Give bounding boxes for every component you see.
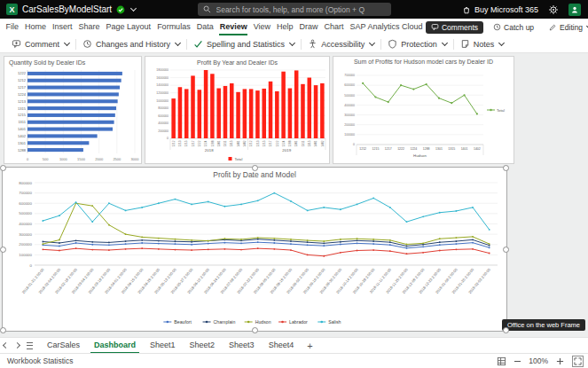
svg-text:1222: 1222 xyxy=(397,147,404,151)
catch-up-button[interactable]: Catch up xyxy=(488,21,539,34)
add-sheet-button[interactable]: + xyxy=(301,341,318,351)
sheet-tab-sheet1[interactable]: Sheet1 xyxy=(143,338,183,354)
svg-text:800000: 800000 xyxy=(19,181,32,185)
selection-handle-sw[interactable] xyxy=(0,327,6,333)
svg-text:1315: 1315 xyxy=(18,106,27,111)
selection-handle-e[interactable] xyxy=(503,247,509,253)
menu-tab-formulas[interactable]: Formulas xyxy=(154,19,194,35)
menu-tab-page-layout[interactable]: Page Layout xyxy=(103,19,154,35)
menu-tab-home[interactable]: Home xyxy=(22,19,50,35)
svg-text:0: 0 xyxy=(30,263,33,268)
bar-chart-profit: 0200000400000600000800000100000012000001… xyxy=(145,67,329,163)
svg-text:1212: 1212 xyxy=(249,140,253,146)
office-web-frame-tooltip: Office on the web Frame xyxy=(502,319,585,331)
zoom-level[interactable]: 100% xyxy=(529,356,548,365)
svg-text:0: 0 xyxy=(27,157,29,161)
sheet-nav-left-icon[interactable] xyxy=(0,343,12,348)
svg-text:1401: 1401 xyxy=(237,140,240,146)
svg-text:2019: 2019 xyxy=(282,148,291,153)
comment-ribbon-button[interactable]: Comment xyxy=(5,35,75,52)
person-icon xyxy=(570,5,579,14)
menu-tab-view[interactable]: View xyxy=(250,19,273,35)
chart-profit-by-date-model[interactable]: Profit by Date and Model 010000020000030… xyxy=(2,167,507,332)
shield-icon xyxy=(388,39,397,49)
svg-text:1222: 1222 xyxy=(18,71,27,75)
selection-handle-nw[interactable] xyxy=(0,165,6,171)
comments-button[interactable]: Comments xyxy=(426,21,483,34)
spelling-statistics-label: Spelling and Statistics xyxy=(207,40,285,49)
sheet-nav-right-icon[interactable] xyxy=(12,343,23,348)
svg-text:Salish: Salish xyxy=(328,319,341,325)
svg-text:1200000: 1200000 xyxy=(156,91,169,95)
svg-text:3000: 3000 xyxy=(131,157,140,161)
menu-tab-review[interactable]: Review xyxy=(216,19,250,35)
svg-text:0: 0 xyxy=(353,143,355,146)
svg-text:Hudson: Hudson xyxy=(255,319,271,325)
chart-hudson-profits[interactable]: Sum of Profits for Hudson model cars by … xyxy=(333,56,514,164)
accessibility-button[interactable]: Accessibility xyxy=(302,35,380,52)
worksheet-canvas[interactable]: Quantity Sold by Dealer IDs 050010001500… xyxy=(0,53,588,337)
svg-text:1224: 1224 xyxy=(282,140,286,146)
office-web-frame-button[interactable] xyxy=(572,356,584,367)
svg-text:1402: 1402 xyxy=(474,147,481,151)
selection-handle-s[interactable] xyxy=(252,327,258,333)
svg-text:1600000: 1600000 xyxy=(156,76,169,80)
buy-microsoft-365-button[interactable]: Buy Microsoft 365 xyxy=(462,5,538,14)
svg-text:1401: 1401 xyxy=(314,140,318,146)
svg-text:1301: 1301 xyxy=(294,140,298,146)
grid-view-icon[interactable] xyxy=(497,356,506,366)
svg-text:1301: 1301 xyxy=(217,140,221,146)
sheet-tab-dashboard[interactable]: Dashboard xyxy=(87,338,143,354)
changes-history-button[interactable]: Changes and History xyxy=(76,35,186,52)
svg-text:500000: 500000 xyxy=(19,211,32,215)
zoom-in-button[interactable] xyxy=(556,357,564,365)
menu-tab-sap-analytics-cloud[interactable]: SAP Analytics Cloud xyxy=(347,19,426,35)
svg-text:1401: 1401 xyxy=(461,147,468,151)
menu-tab-insert[interactable]: Insert xyxy=(50,19,76,35)
search-icon xyxy=(203,5,211,13)
document-title[interactable]: CarSalesByModelStart xyxy=(22,4,112,14)
selection-handle-ne[interactable] xyxy=(503,165,509,171)
selection-handle-w[interactable] xyxy=(0,247,6,253)
svg-text:1212: 1212 xyxy=(172,140,176,146)
title-chevron-down-icon[interactable] xyxy=(130,5,137,12)
selection-handle-n[interactable] xyxy=(252,165,258,171)
svg-text:1222: 1222 xyxy=(276,140,279,146)
sheet-tab-sheet3[interactable]: Sheet3 xyxy=(222,338,262,354)
menu-tab-help[interactable]: Help xyxy=(274,19,297,35)
sheet-list-icon[interactable] xyxy=(23,342,36,349)
svg-text:300000: 300000 xyxy=(344,114,355,117)
svg-text:Total: Total xyxy=(235,157,243,161)
svg-text:2018: 2018 xyxy=(205,148,214,153)
search-input[interactable] xyxy=(215,4,386,15)
menu-tab-data[interactable]: Data xyxy=(193,19,216,35)
sheet-tab-carsales[interactable]: CarSales xyxy=(40,338,87,354)
workbook-statistics-button[interactable]: Workbook Statistics xyxy=(0,356,73,365)
chart-quantity-by-dealer[interactable]: Quantity Sold by Dealer IDs 050010001500… xyxy=(4,56,142,164)
notes-button[interactable]: Notes xyxy=(454,35,511,52)
menu-tab-chart[interactable]: Chart xyxy=(321,19,347,35)
sheet-tab-sheet2[interactable]: Sheet2 xyxy=(183,338,223,354)
svg-text:1213: 1213 xyxy=(178,140,182,146)
spelling-statistics-button[interactable]: Spelling and Statistics xyxy=(187,35,301,52)
sheet-tab-sheet4[interactable]: Sheet4 xyxy=(262,338,302,354)
menu-tab-share[interactable]: Share xyxy=(75,19,103,35)
selection-handle-se[interactable] xyxy=(503,327,509,333)
svg-text:1224: 1224 xyxy=(204,140,208,146)
note-icon xyxy=(460,39,470,49)
sheet-tab-bar: CarSalesDashboardSheet1Sheet2Sheet3Sheet… xyxy=(0,337,588,353)
settings-gear-icon[interactable] xyxy=(548,4,559,15)
chart-profit-by-year-dealer[interactable]: Profit By Year and Dealer IDs 0200000400… xyxy=(145,56,330,164)
svg-text:1000000: 1000000 xyxy=(156,99,169,103)
menu-tab-file[interactable]: File xyxy=(3,19,22,35)
svg-text:Champlain: Champlain xyxy=(214,319,236,325)
editing-mode-dropdown[interactable]: Editing xyxy=(544,21,588,34)
svg-text:200000: 200000 xyxy=(344,123,355,127)
menu-tab-draw[interactable]: Draw xyxy=(296,19,321,35)
zoom-out-button[interactable] xyxy=(514,361,521,362)
protection-button[interactable]: Protection xyxy=(381,35,453,52)
excel-app-icon[interactable]: X xyxy=(6,4,18,15)
search-box[interactable] xyxy=(198,3,391,16)
excel-web-app: X CarSalesByModelStart Buy Microsoft 365… xyxy=(0,0,588,368)
account-avatar[interactable] xyxy=(568,4,581,16)
